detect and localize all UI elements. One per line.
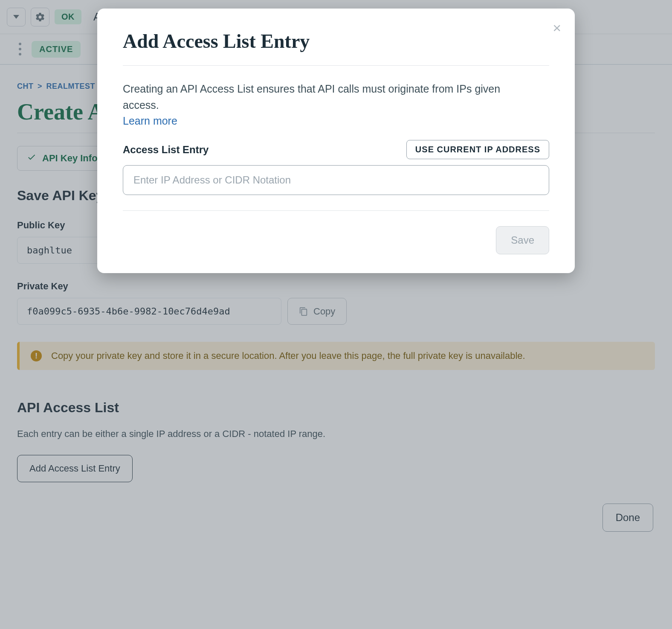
use-current-ip-button[interactable]: USE CURRENT IP ADDRESS [406,140,549,159]
save-button[interactable]: Save [496,226,549,254]
close-icon: × [553,20,561,36]
modal-description: Creating an API Access List ensures that… [123,81,524,113]
add-access-list-modal: × Add Access List Entry Creating an API … [97,9,575,273]
access-list-entry-input[interactable] [123,165,549,195]
modal-title: Add Access List Entry [123,30,549,52]
learn-more-link[interactable]: Learn more [123,115,177,127]
access-list-entry-label: Access List Entry [123,144,209,156]
close-button[interactable]: × [553,20,561,35]
